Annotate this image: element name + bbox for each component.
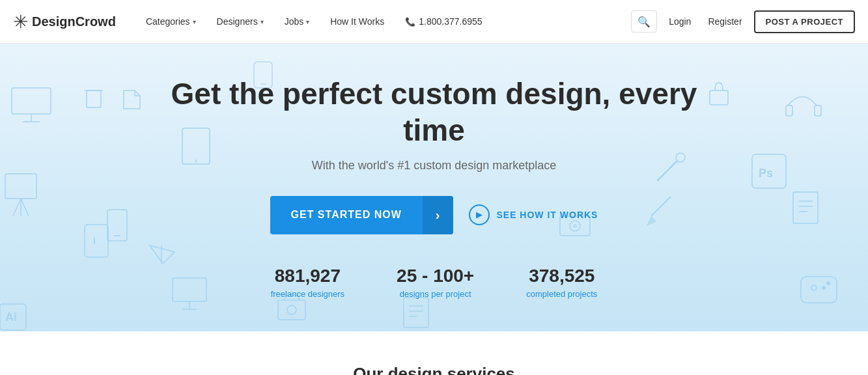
chevron-down-icon: ▾	[306, 18, 309, 25]
stat-number-designs: 25 - 100+	[397, 266, 474, 286]
stat-label-designers: freelance designers	[271, 289, 344, 299]
svg-point-25	[826, 281, 830, 285]
stat-designers: 881,927 freelance designers	[271, 266, 344, 299]
svg-rect-46	[404, 298, 428, 327]
logo[interactable]: ✳ DesignCrowd	[13, 11, 116, 33]
logo-text: DesignCrowd	[32, 14, 116, 29]
svg-point-29	[287, 305, 296, 314]
stat-label-designs: designs per project	[397, 289, 474, 299]
svg-rect-30	[793, 192, 818, 223]
svg-point-23	[811, 285, 817, 290]
svg-rect-18	[752, 154, 786, 188]
phone-number: 📞 1.800.377.6955	[395, 16, 492, 27]
auth-area: 🔍 Login Register POST A PROJECT	[631, 10, 855, 33]
svg-rect-22	[801, 277, 837, 303]
search-icon: 🔍	[637, 16, 651, 28]
svg-rect-7	[107, 210, 127, 241]
svg-rect-28	[278, 300, 305, 320]
hero-buttons: GET STARTED NOW › ▶ SEE HOW IT WORKS	[141, 196, 727, 234]
header: ✳ DesignCrowd Categories ▾ Designers ▾ J…	[0, 0, 868, 44]
svg-text:Ps: Ps	[759, 167, 773, 180]
phone-icon: 📞	[405, 17, 415, 27]
svg-rect-34	[786, 105, 792, 116]
svg-rect-35	[815, 105, 821, 116]
nav-label-how-it-works: How It Works	[330, 16, 384, 27]
stat-number-projects: 378,525	[526, 266, 597, 286]
svg-rect-41	[85, 225, 108, 257]
chevron-down-icon: ▾	[260, 18, 264, 25]
stat-designs: 25 - 100+ designs per project	[397, 266, 474, 299]
hero-content: Get the perfect custom design, every tim…	[141, 76, 727, 298]
stat-number-designers: 881,927	[271, 266, 344, 286]
search-box[interactable]: 🔍	[631, 10, 657, 33]
nav-label-designers: Designers	[217, 16, 258, 27]
stat-label-projects: completed projects	[526, 289, 597, 299]
get-started-button[interactable]: GET STARTED NOW ›	[270, 196, 454, 234]
stats-row: 881,927 freelance designers 25 - 100+ de…	[141, 266, 727, 299]
get-started-label: GET STARTED NOW	[270, 197, 423, 232]
svg-line-4	[13, 199, 21, 216]
see-how-button[interactable]: ▶ SEE HOW IT WORKS	[469, 204, 598, 225]
hero-section: Ps Ai i	[0, 44, 868, 331]
login-button[interactable]: Login	[664, 16, 696, 27]
svg-text:Ai: Ai	[5, 311, 17, 324]
nav-item-jobs[interactable]: Jobs ▾	[274, 0, 320, 44]
svg-rect-11	[87, 90, 101, 107]
nav-item-designers[interactable]: Designers ▾	[206, 0, 274, 44]
see-how-label: SEE HOW IT WORKS	[496, 210, 598, 220]
play-icon: ▶	[469, 204, 490, 225]
logo-icon: ✳	[13, 11, 28, 33]
svg-text:i: i	[93, 236, 96, 246]
main-nav: Categories ▾ Designers ▾ Jobs ▾ How It W…	[135, 0, 631, 44]
hero-title: Get the perfect custom design, every tim…	[141, 76, 727, 148]
svg-rect-3	[5, 174, 36, 199]
nav-label-jobs: Jobs	[285, 16, 304, 27]
arrow-right-icon: ›	[423, 196, 454, 234]
svg-line-5	[21, 199, 29, 216]
svg-point-24	[822, 286, 826, 290]
svg-rect-20	[0, 304, 26, 330]
svg-rect-0	[12, 88, 51, 114]
phone-text: 1.800.377.6955	[419, 16, 482, 27]
nav-item-how-it-works[interactable]: How It Works	[320, 0, 395, 44]
nav-label-categories: Categories	[146, 16, 190, 27]
stat-projects: 378,525 completed projects	[526, 266, 597, 299]
register-button[interactable]: Register	[703, 16, 747, 27]
services-section: Our design services	[0, 331, 868, 375]
nav-item-categories[interactable]: Categories ▾	[135, 0, 206, 44]
post-project-button[interactable]: POST A PROJECT	[754, 10, 855, 33]
chevron-down-icon: ▾	[193, 18, 196, 25]
hero-subtitle: With the world's #1 custom design market…	[141, 159, 727, 173]
services-title: Our design services	[13, 364, 855, 375]
